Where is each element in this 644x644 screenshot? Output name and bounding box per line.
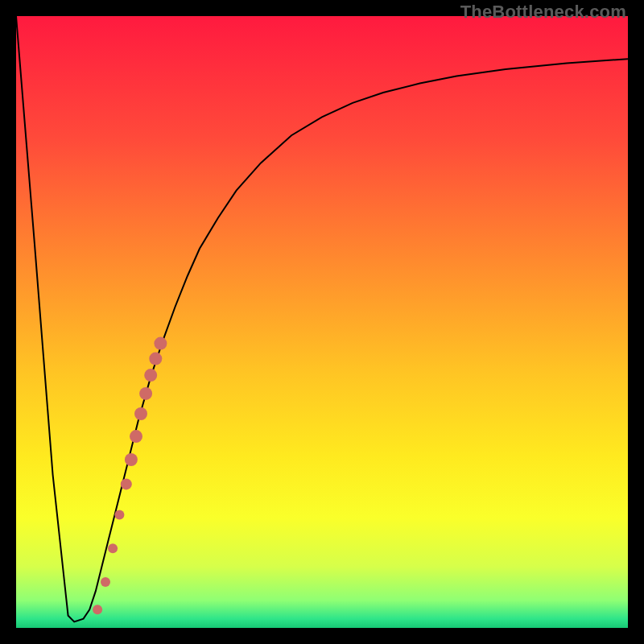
chart-frame: TheBottleneck.com [0, 0, 644, 644]
chart-svg [16, 16, 628, 628]
scatter-point [114, 510, 124, 519]
scatter-point [121, 478, 132, 489]
scatter-point [144, 369, 157, 382]
plot-area [16, 16, 628, 628]
scatter-point [149, 353, 162, 365]
watermark-text: TheBottleneck.com [460, 2, 626, 23]
scatter-point [125, 453, 138, 466]
gradient-background [16, 16, 628, 628]
scatter-point [154, 337, 167, 350]
scatter-point [134, 407, 147, 420]
scatter-point [139, 387, 152, 400]
scatter-point [101, 577, 110, 587]
scatter-point [130, 430, 142, 443]
scatter-point [108, 543, 118, 553]
scatter-point [93, 605, 102, 614]
